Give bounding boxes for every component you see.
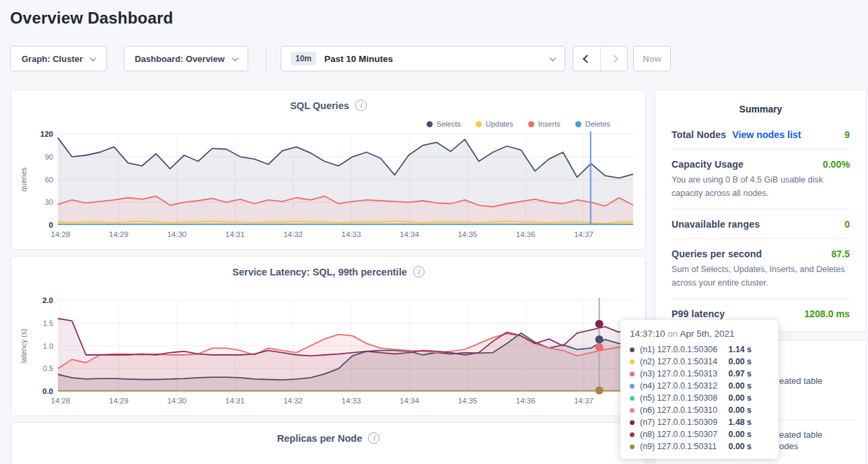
info-icon[interactable]: i xyxy=(413,266,425,277)
node-color-dot-icon xyxy=(630,372,635,376)
summary-row: Capacity Usage0.00%You are using 0 B of … xyxy=(672,149,850,209)
legend-item-selects[interactable]: Selects xyxy=(427,120,461,128)
dashboard-dropdown[interactable]: Dashboard: Overview xyxy=(124,46,248,71)
replicas-per-node-chart-panel: Replicas per Node i xyxy=(11,422,646,464)
svg-text:14:29: 14:29 xyxy=(109,230,129,238)
svg-text:14:37: 14:37 xyxy=(574,230,593,238)
legend-item-inserts[interactable]: Inserts xyxy=(528,120,560,128)
tooltip-node-value: 1.48 s xyxy=(729,418,752,427)
legend-dot-icon xyxy=(476,121,482,127)
chart-legend: SelectsUpdatesInsertsDeletes xyxy=(427,120,610,128)
summary-row: Queries per second87.5Sum of Selects, Up… xyxy=(672,238,850,298)
svg-text:120: 120 xyxy=(40,131,53,138)
summary-row-label: Total Nodes xyxy=(672,129,726,140)
tooltip-node-row: (n9) 127.0.0.1:503110.00 s xyxy=(630,440,769,453)
tooltip-node-row: (n6) 127.0.0.1:503100.00 s xyxy=(630,404,769,416)
graph-dropdown-label: Graph: Cluster xyxy=(22,54,83,64)
tooltip-timestamp: 14:37:10 on Apr 5th, 2021 xyxy=(630,329,769,339)
svg-text:14:30: 14:30 xyxy=(167,397,186,405)
tooltip-node-value: 0.00 s xyxy=(729,405,752,415)
next-time-button[interactable] xyxy=(600,46,627,71)
legend-dot-icon xyxy=(528,121,534,127)
summary-row: Unavailable ranges0 xyxy=(672,209,850,238)
chevron-right-icon xyxy=(610,55,618,63)
summary-row-value: 0.00% xyxy=(823,159,850,170)
event-text-fragment[interactable]: eated table xyxy=(779,376,822,386)
tooltip-node-row: (n2) 127.0.0.1:503140.00 s xyxy=(630,356,769,368)
info-icon[interactable]: i xyxy=(368,432,379,444)
chevron-left-icon xyxy=(583,55,591,63)
legend-label: Deletes xyxy=(585,120,610,128)
time-range-selector[interactable]: 10m Past 10 Minutes xyxy=(281,46,565,71)
summary-row-description: Sum of Selects, Updates, Inserts, and De… xyxy=(672,263,850,290)
time-range-label: Past 10 Minutes xyxy=(324,54,393,64)
service-latency-chart-panel: Service Latency: SQL, 99th percentile i … xyxy=(11,256,646,416)
svg-text:0.0: 0.0 xyxy=(42,387,53,395)
prev-time-button[interactable] xyxy=(573,46,600,71)
svg-text:0.5: 0.5 xyxy=(43,364,53,372)
tooltip-node-value: 0.00 s xyxy=(729,357,752,366)
event-text-fragment[interactable]: eated table xyxy=(779,430,822,440)
chevron-down-icon xyxy=(550,55,556,61)
svg-text:14:29: 14:29 xyxy=(109,397,129,405)
summary-row-description: You are using 0 B of 4.5 GiB usable disk… xyxy=(672,174,850,200)
svg-text:1.0: 1.0 xyxy=(43,342,53,350)
tooltip-node-address: (n3) 127.0.0.1:50313 xyxy=(640,369,717,378)
svg-text:14:28: 14:28 xyxy=(51,397,71,405)
dashboard-dropdown-label: Dashboard: Overview xyxy=(135,54,225,64)
svg-text:0: 0 xyxy=(49,221,53,229)
time-pager xyxy=(573,46,628,71)
svg-text:14:36: 14:36 xyxy=(516,230,536,238)
tooltip-node-value: 1.14 s xyxy=(729,345,752,354)
node-color-dot-icon xyxy=(630,444,635,449)
summary-row-value: 0 xyxy=(844,219,850,230)
svg-text:14:37: 14:37 xyxy=(574,397,593,405)
legend-dot-icon xyxy=(575,121,581,127)
legend-label: Updates xyxy=(486,120,513,128)
tooltip-node-value: 0.00 s xyxy=(729,393,752,403)
tooltip-node-value: 0.00 s xyxy=(729,430,752,439)
event-text-fragment[interactable]: odes xyxy=(779,441,798,451)
info-icon[interactable]: i xyxy=(355,100,367,111)
tooltip-node-row: (n8) 127.0.0.1:503070.00 s xyxy=(630,428,769,440)
svg-text:14:32: 14:32 xyxy=(283,230,303,238)
svg-text:14:28: 14:28 xyxy=(51,230,71,238)
svg-text:14:35: 14:35 xyxy=(458,230,477,238)
service-latency-plot[interactable]: 14:2814:2914:3014:3114:3214:3314:3414:35… xyxy=(11,297,647,411)
chevron-down-icon xyxy=(90,55,97,61)
tooltip-node-value: 0.97 s xyxy=(729,369,752,378)
tooltip-node-row: (n4) 127.0.0.1:503120.00 s xyxy=(630,380,769,392)
svg-text:60: 60 xyxy=(45,176,53,184)
view-nodes-list-link[interactable]: View nodes list xyxy=(732,129,801,140)
sql-queries-plot[interactable]: 14:2814:2914:3014:3114:3214:3314:3414:35… xyxy=(11,131,647,245)
chart-hover-tooltip: 14:37:10 on Apr 5th, 2021 (n1) 127.0.0.1… xyxy=(620,320,779,459)
svg-text:14:33: 14:33 xyxy=(342,230,361,238)
summary-row: Total NodesView nodes list9 xyxy=(672,120,850,149)
tooltip-node-row: (n7) 127.0.0.1:503091.48 s xyxy=(630,416,769,428)
now-button[interactable]: Now xyxy=(633,46,671,71)
svg-text:latency (s): latency (s) xyxy=(20,329,28,363)
controls-divider xyxy=(266,46,266,71)
tooltip-node-row: (n3) 127.0.0.1:503130.97 s xyxy=(630,368,769,380)
tooltip-node-row: (n5) 127.0.0.1:503080.00 s xyxy=(630,392,769,404)
tooltip-node-row: (n1) 127.0.0.1:503061.14 s xyxy=(630,343,769,356)
tooltip-node-value: 0.00 s xyxy=(729,442,752,451)
chart-title: Service Latency: SQL, 99th percentile xyxy=(232,267,407,277)
svg-text:queries: queries xyxy=(20,167,28,192)
legend-item-deletes[interactable]: Deletes xyxy=(575,120,610,128)
graph-dropdown[interactable]: Graph: Cluster xyxy=(10,46,107,71)
legend-item-updates[interactable]: Updates xyxy=(476,120,513,128)
node-color-dot-icon xyxy=(630,420,635,425)
summary-row-label: P99 latency xyxy=(672,308,725,319)
summary-row-label: Queries per second xyxy=(672,248,762,259)
summary-row-value: 1208.0 ms xyxy=(804,308,850,319)
tooltip-node-address: (n4) 127.0.0.1:50312 xyxy=(640,381,717,391)
node-color-dot-icon xyxy=(630,384,635,389)
sql-queries-chart-panel: SQL Queries i SelectsUpdatesInsertsDelet… xyxy=(11,90,646,250)
node-color-dot-icon xyxy=(630,347,635,352)
chart-title: Replicas per Node xyxy=(277,433,363,444)
summary-row-value: 9 xyxy=(844,129,850,140)
tooltip-node-address: (n9) 127.0.0.1:50311 xyxy=(640,442,717,451)
svg-text:14:34: 14:34 xyxy=(400,230,419,238)
summary-row-value: 87.5 xyxy=(831,248,850,259)
